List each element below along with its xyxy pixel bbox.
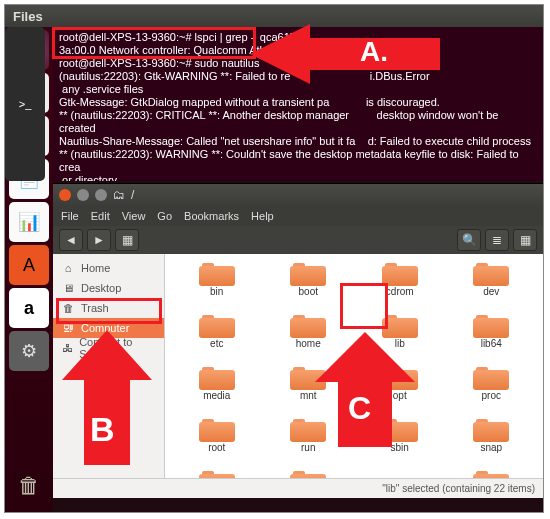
close-icon[interactable] bbox=[59, 189, 71, 201]
item-label: boot bbox=[299, 286, 318, 297]
terminal-line: or directory bbox=[59, 174, 537, 181]
folder-icon bbox=[199, 260, 235, 286]
folder-snap[interactable]: snap bbox=[446, 416, 538, 468]
launcher-calc-icon[interactable]: 📊 bbox=[9, 202, 49, 242]
status-bar: "lib" selected (containing 22 items) bbox=[53, 478, 543, 498]
sidebar-item-label: Desktop bbox=[81, 282, 121, 294]
item-label: snap bbox=[480, 442, 502, 453]
folder-icon bbox=[290, 260, 326, 286]
sidebar-item-desktop[interactable]: 🖥Desktop bbox=[53, 278, 164, 298]
folder-sys[interactable]: sys bbox=[263, 468, 355, 478]
topbar-app-title: Files bbox=[13, 9, 43, 24]
svg-marker-2 bbox=[315, 332, 415, 447]
folder-etc[interactable]: etc bbox=[171, 312, 263, 364]
annotation-arrow-b bbox=[52, 330, 162, 470]
menu-view[interactable]: View bbox=[122, 210, 146, 222]
sidebar-item-home[interactable]: ⌂Home bbox=[53, 258, 164, 278]
folder-proc[interactable]: proc bbox=[446, 364, 538, 416]
item-label: lib64 bbox=[481, 338, 502, 349]
item-label: root bbox=[208, 442, 225, 453]
folder-icon bbox=[473, 364, 509, 390]
annotation-arrow-c bbox=[300, 332, 430, 452]
item-label: proc bbox=[482, 390, 501, 401]
back-button[interactable]: ◄ bbox=[59, 229, 83, 251]
unity-launcher: ◌ 🗂 🦊 📄 📊 A a ⚙ >_ 🗑 bbox=[5, 27, 53, 512]
view-grid-button[interactable]: ▦ bbox=[513, 229, 537, 251]
folder-tmp[interactable]: tmp bbox=[446, 468, 538, 478]
launcher-settings-icon[interactable]: ⚙ bbox=[9, 331, 49, 371]
folder-lib64[interactable]: lib64 bbox=[446, 312, 538, 364]
view-list-button[interactable]: ≣ bbox=[485, 229, 509, 251]
sidebar-icon: 🖥 bbox=[61, 282, 75, 294]
folder-icon bbox=[473, 312, 509, 338]
toolbar: ◄ ► ▦ 🔍 ≣ ▦ bbox=[53, 226, 543, 254]
item-label: bin bbox=[210, 286, 223, 297]
folder-icon bbox=[199, 312, 235, 338]
item-label: etc bbox=[210, 338, 223, 349]
folder-icon bbox=[473, 468, 509, 478]
item-label: dev bbox=[483, 286, 499, 297]
folder-icon bbox=[199, 364, 235, 390]
forward-button[interactable]: ► bbox=[87, 229, 111, 251]
folder-dev[interactable]: dev bbox=[446, 260, 538, 312]
sidebar-item-trash[interactable]: 🗑Trash bbox=[53, 298, 164, 318]
window-title-icon: 🗂 bbox=[113, 188, 125, 202]
folder-icon bbox=[199, 416, 235, 442]
item-label: media bbox=[203, 390, 230, 401]
menu-file[interactable]: File bbox=[61, 210, 79, 222]
folder-icon bbox=[473, 260, 509, 286]
launcher-software-icon[interactable]: A bbox=[9, 245, 49, 285]
menu-bookmarks[interactable]: Bookmarks bbox=[184, 210, 239, 222]
folder-srv[interactable]: srv bbox=[171, 468, 263, 478]
launcher-amazon-icon[interactable]: a bbox=[9, 288, 49, 328]
folder-cdrom[interactable]: cdrom bbox=[354, 260, 446, 312]
menu-help[interactable]: Help bbox=[251, 210, 274, 222]
sidebar-item-label: Home bbox=[81, 262, 110, 274]
menu-go[interactable]: Go bbox=[157, 210, 172, 222]
folder-bin[interactable]: bin bbox=[171, 260, 263, 312]
terminal-line: Nautilus-Share-Message: Called "net user… bbox=[59, 135, 537, 148]
maximize-icon[interactable] bbox=[95, 189, 107, 201]
launcher-terminal-icon[interactable]: >_ bbox=[5, 27, 45, 181]
terminal-line: ** (nautilus:22203): WARNING **: Couldn'… bbox=[59, 148, 537, 174]
folder-media[interactable]: media bbox=[171, 364, 263, 416]
sidebar-icon: ⌂ bbox=[61, 262, 75, 274]
minimize-icon[interactable] bbox=[77, 189, 89, 201]
terminal-line: ** (nautilus:22203): CRITICAL **: Anothe… bbox=[59, 109, 537, 135]
item-label: cdrom bbox=[386, 286, 414, 297]
svg-marker-0 bbox=[250, 24, 440, 84]
status-text: "lib" selected (containing 22 items) bbox=[382, 483, 535, 494]
empty-cell bbox=[354, 468, 446, 478]
sidebar-item-label: Trash bbox=[81, 302, 109, 314]
folder-icon bbox=[382, 260, 418, 286]
menu-bar: FileEditViewGoBookmarksHelp bbox=[53, 206, 543, 226]
window-title-path: / bbox=[131, 188, 134, 202]
folder-icon bbox=[199, 468, 235, 478]
sidebar-icon: 🗑 bbox=[61, 302, 75, 314]
window-titlebar[interactable]: 🗂 / bbox=[53, 184, 543, 206]
folder-icon bbox=[473, 416, 509, 442]
terminal-line: Gtk-Message: GtkDialog mapped without a … bbox=[59, 96, 537, 109]
search-button[interactable]: 🔍 bbox=[457, 229, 481, 251]
folder-icon bbox=[290, 468, 326, 478]
folder-boot[interactable]: boot bbox=[263, 260, 355, 312]
annotation-arrow-a bbox=[250, 18, 450, 90]
folder-root[interactable]: root bbox=[171, 416, 263, 468]
path-button[interactable]: ▦ bbox=[115, 229, 139, 251]
menu-edit[interactable]: Edit bbox=[91, 210, 110, 222]
launcher-trash-icon[interactable]: 🗑 bbox=[9, 466, 49, 506]
svg-marker-1 bbox=[62, 330, 152, 465]
